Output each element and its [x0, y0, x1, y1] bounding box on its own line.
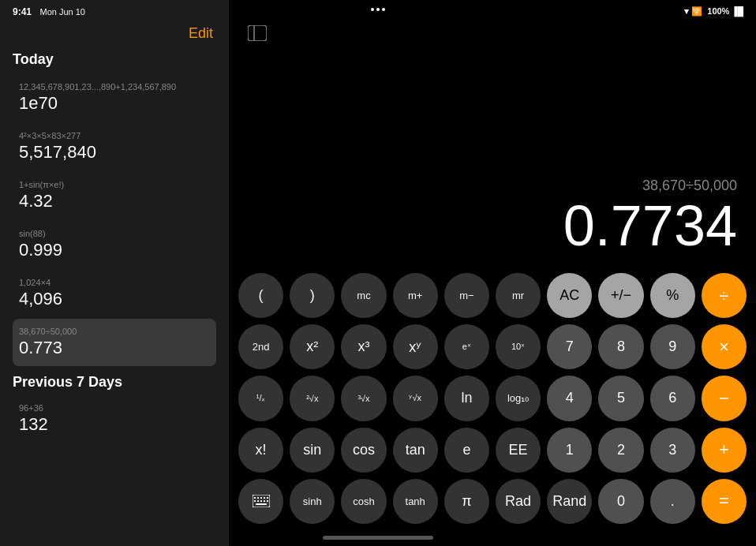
calc-btn---29[interactable]: − [702, 376, 747, 421]
calc-btn-mr-5[interactable]: mr [496, 273, 541, 318]
calc-btn---1[interactable]: ) [290, 273, 335, 318]
calc-btn-9-18[interactable]: 9 [650, 324, 695, 369]
history-expr-4: 1,024×4 [19, 278, 210, 287]
previous-section-label: Previous 7 Days [13, 374, 216, 391]
svg-rect-9 [257, 500, 259, 502]
calc-btn-m--4[interactable]: m− [444, 273, 489, 318]
history-item-1[interactable]: 4²×3×5×83×277 5,517,840 [13, 123, 216, 170]
calc-btn-5-27[interactable]: 5 [598, 376, 643, 421]
history-expr-3: sin(88) [19, 229, 210, 238]
calc-btn-cosh-42[interactable]: cosh [341, 479, 386, 524]
calc-btn-10--15[interactable]: 10ˣ [496, 324, 541, 369]
history-expr-5: 38,670÷50,000 [19, 327, 210, 336]
sidebar-content: Today 12,345,678,901,23...,890+1,234,567… [0, 48, 229, 546]
calc-btn---8[interactable]: % [650, 273, 695, 318]
svg-rect-5 [260, 497, 262, 499]
calc-btn---x-23[interactable]: ʸ√x [393, 376, 438, 421]
calc-btn-e-34[interactable]: e [444, 428, 489, 473]
history-result-2: 4.32 [19, 191, 210, 211]
history-item-2[interactable]: 1+sin(π×e!) 4.32 [13, 172, 216, 219]
calc-btn---48[interactable]: . [650, 479, 695, 524]
calc-btn---49[interactable]: = [702, 479, 747, 524]
svg-rect-12 [267, 500, 268, 502]
history-item-0[interactable]: 12,345,678,901,23...,890+1,234,567,890 1… [13, 74, 216, 122]
calc-btn-7-16[interactable]: 7 [547, 324, 592, 369]
prev-history-item-0[interactable]: 96+36 132 [13, 395, 216, 443]
calc-btn-tanh-43[interactable]: tanh [393, 479, 438, 524]
dot-2 [376, 8, 380, 11]
calc-btn-----20[interactable]: ¹/ₓ [238, 376, 283, 421]
today-section-label: Today [13, 51, 216, 68]
calc-btn-tan-33[interactable]: tan [393, 428, 438, 473]
calc-btn-x--30[interactable]: x! [238, 428, 283, 473]
calc-btn-mc-2[interactable]: mc [341, 273, 386, 318]
history-sidebar: Edit Today 12,345,678,901,23...,890+1,23… [0, 0, 229, 546]
toggle-sidebar-button[interactable] [245, 22, 270, 48]
calc-btn---19[interactable]: × [702, 324, 747, 369]
status-time: 9:41 [13, 6, 32, 17]
calc-btn-sinh-41[interactable]: sinh [290, 479, 335, 524]
calc-btn-1-36[interactable]: 1 [547, 428, 592, 473]
status-time-date: 9:41 Mon Jun 10 [13, 4, 85, 18]
svg-rect-10 [260, 500, 262, 502]
calc-btn-2-37[interactable]: 2 [598, 428, 643, 473]
previous-history-list: 96+36 132 [13, 395, 216, 443]
history-result-4: 4,096 [19, 289, 210, 309]
calc-btn-m--3[interactable]: m+ [393, 273, 438, 318]
today-history-list: 12,345,678,901,23...,890+1,234,567,890 1… [13, 74, 216, 366]
svg-rect-11 [264, 500, 265, 502]
calc-btn-ln-24[interactable]: ln [444, 376, 489, 421]
svg-rect-13 [256, 503, 267, 505]
calc-btn-2nd-10[interactable]: 2nd [238, 324, 283, 369]
calc-btn---39[interactable]: + [702, 428, 747, 473]
history-item-4[interactable]: 1,024×4 4,096 [13, 270, 216, 317]
calc-btn-x--13[interactable]: xʸ [393, 324, 438, 369]
calc-btn-x--11[interactable]: x² [290, 324, 335, 369]
calc-btn-sin-31[interactable]: sin [290, 428, 335, 473]
calc-result: 0.7734 [563, 197, 737, 254]
dot-1 [371, 8, 374, 11]
calc-btn-rand-46[interactable]: Rand [547, 479, 592, 524]
calculator: 38,670÷50,000 0.7734 ()mcm+m−mrAC+/−%÷2n… [229, 0, 756, 546]
calc-btn-4-26[interactable]: 4 [547, 376, 592, 421]
calc-btn-3-38[interactable]: 3 [650, 428, 695, 473]
svg-rect-7 [267, 497, 268, 499]
status-bar: 9:41 Mon Jun 10 ▾ 🛜 100% ▐█ [0, 0, 756, 22]
calc-btn-8-17[interactable]: 8 [598, 324, 643, 369]
svg-rect-4 [257, 497, 259, 499]
calc-btn-ee-35[interactable]: EE [496, 428, 541, 473]
calc-btn---0[interactable]: ( [238, 273, 283, 318]
calc-btn---x-22[interactable]: ³√x [341, 376, 386, 421]
calc-btn---44[interactable]: π [444, 479, 489, 524]
history-item-3[interactable]: sin(88) 0.999 [13, 221, 216, 268]
history-item-5[interactable]: 38,670÷50,000 0.773 [13, 319, 216, 366]
wifi-icon: ▾ 🛜 [684, 6, 702, 17]
calc-btn-ac-6[interactable]: AC [547, 273, 592, 318]
calc-btn-rad-45[interactable]: Rad [496, 479, 541, 524]
calc-btn-log---25[interactable]: log₁₀ [496, 376, 541, 421]
calc-btn-cos-32[interactable]: cos [341, 428, 386, 473]
calc-btn-e--14[interactable]: eˣ [444, 324, 489, 369]
status-date: Mon Jun 10 [39, 7, 84, 17]
battery-icon: 100% ▐█ [707, 6, 743, 16]
calculator-buttons: ()mcm+m−mrAC+/−%÷2ndx²x³xʸeˣ10ˣ789×¹/ₓ²√… [229, 267, 756, 546]
svg-rect-6 [264, 497, 265, 499]
calc-btn-x--12[interactable]: x³ [341, 324, 386, 369]
history-result-3: 0.999 [19, 240, 210, 260]
calc-btn-----7[interactable]: +/− [598, 273, 643, 318]
edit-button[interactable]: Edit [189, 25, 213, 42]
calc-btn---x-21[interactable]: ²√x [290, 376, 335, 421]
history-result-5: 0.773 [19, 338, 210, 358]
status-right: ▾ 🛜 100% ▐█ [684, 6, 743, 17]
calc-btn-0-47[interactable]: 0 [598, 479, 643, 524]
history-result-1: 5,517,840 [19, 142, 210, 163]
history-result-0: 1e70 [19, 93, 210, 114]
calc-btn---40[interactable] [238, 479, 283, 524]
calc-btn---9[interactable]: ÷ [702, 273, 747, 318]
home-indicator [323, 536, 433, 540]
history-expr-2: 1+sin(π×e!) [19, 180, 210, 189]
history-expr-0: 12,345,678,901,23...,890+1,234,567,890 [19, 82, 210, 92]
history-expr-1: 4²×3×5×83×277 [19, 131, 210, 140]
calc-btn-6-28[interactable]: 6 [650, 376, 695, 421]
prev-history-expr-0: 96+36 [19, 403, 210, 413]
